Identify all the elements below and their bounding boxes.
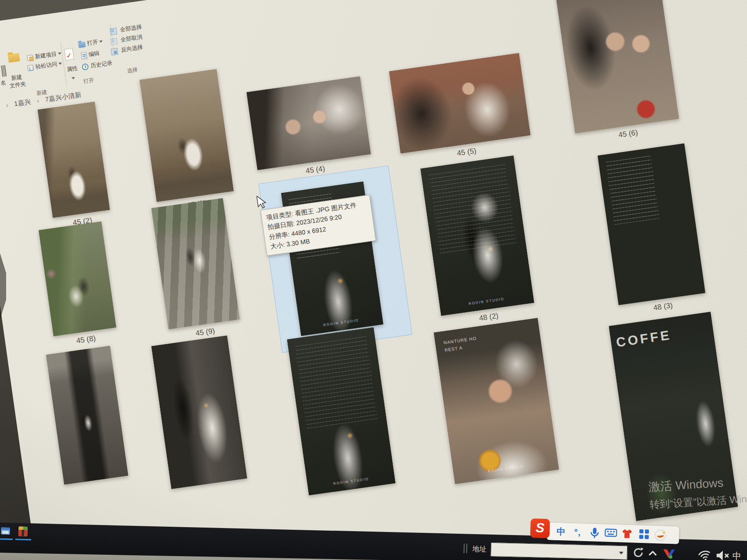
invert-selection-button[interactable]: 反向选择 <box>121 43 144 54</box>
wifi-icon[interactable] <box>697 548 713 560</box>
taskbar-separator <box>466 544 468 553</box>
ribbon-group-open: 打开 <box>79 76 99 86</box>
emoji-icon[interactable] <box>654 529 666 543</box>
properties-button[interactable]: 属性 <box>67 65 78 74</box>
select-all-button[interactable]: 全部选择 <box>120 23 142 34</box>
photo-thumbnail[interactable]: NANTURE HO REST A RODIN STUDIO <box>433 318 559 484</box>
new-item-button[interactable]: 新建项目 <box>35 49 62 60</box>
chevron-down-icon <box>71 74 75 82</box>
refresh-icon[interactable] <box>632 547 644 560</box>
open-button[interactable]: 打开 <box>87 38 103 47</box>
edit-button[interactable]: 编辑 <box>88 49 100 58</box>
menu-board-text <box>295 336 378 432</box>
address-input[interactable] <box>490 542 627 560</box>
ime-chinese-mode-icon[interactable]: 中 <box>557 526 566 538</box>
photo-thumbnail[interactable] <box>247 76 371 170</box>
file-item-48-1-selected[interactable]: RODIN STUDIO 48 (1) <box>258 166 412 353</box>
taskbar-app-underline <box>15 539 31 540</box>
new-folder-button[interactable]: 新建 文件夹 <box>4 72 30 90</box>
tray-expand-chevron-icon[interactable] <box>648 550 656 554</box>
easy-access-button[interactable]: 轻松访问 <box>35 60 63 71</box>
ime-punctuation-icon[interactable]: °, <box>574 526 581 538</box>
ime-toolbar: S 中 °, <box>530 519 679 547</box>
history-icon <box>81 63 89 70</box>
breadcrumb-root-partial[interactable]: 片 <box>0 102 0 110</box>
new-folder-icon <box>8 53 20 63</box>
select-all-icon <box>110 28 117 35</box>
skin-icon[interactable] <box>621 528 633 541</box>
file-item-45-4[interactable]: 45 (4) <box>247 76 373 182</box>
microphone-icon[interactable] <box>590 527 600 541</box>
chevron-down-icon <box>58 63 62 65</box>
invert-selection-icon <box>111 48 118 56</box>
properties-icon <box>64 48 74 61</box>
image-viewer-taskbar-icon[interactable] <box>18 526 28 537</box>
breadcrumb-separator: › <box>36 97 39 104</box>
tray-ime-indicator[interactable]: 中 <box>732 550 741 560</box>
photo-thumbnail[interactable] <box>555 0 679 134</box>
taskbar-app-underline <box>0 538 13 540</box>
toolbox-grid-icon[interactable] <box>639 529 650 542</box>
studio-watermark: RODIN STUDIO <box>440 293 533 310</box>
photo-thumbnail[interactable] <box>389 53 531 154</box>
chevron-down-icon <box>99 40 103 43</box>
breadcrumb-separator: › <box>6 102 9 109</box>
chevron-down-icon <box>58 53 62 55</box>
volume-muted-icon[interactable] <box>715 549 730 560</box>
keyboard-icon[interactable] <box>605 528 617 539</box>
file-item-45-5[interactable]: 45 (5) <box>389 53 532 166</box>
menu-board-text <box>606 156 659 225</box>
file-item-45-6[interactable]: 45 (6) <box>555 0 681 146</box>
explorer-window: 名 新建 文件夹 新建 新建项目 轻松访问 属性 打开 编辑 历史记录 打开 <box>0 0 747 560</box>
hotel-sign-text: NANTURE HO REST A <box>443 334 478 353</box>
easy-access-icon <box>27 65 34 71</box>
select-none-button[interactable]: 全部取消 <box>120 33 143 44</box>
edit-icon <box>81 52 88 60</box>
file-item-row3-4[interactable]: NANTURE HO REST A RODIN STUDIO <box>433 318 559 484</box>
sogou-logo-icon[interactable]: S <box>530 518 550 538</box>
address-toolbar-label: 地址 <box>472 545 487 554</box>
select-none-icon <box>110 38 118 45</box>
history-button[interactable]: 历史记录 <box>90 60 113 70</box>
new-item-icon <box>27 55 33 61</box>
taskbar-separator <box>464 543 465 553</box>
open-icon <box>78 42 86 48</box>
mouse-cursor <box>255 194 268 211</box>
photographed-screen: 名 新建 文件夹 新建 新建项目 轻松访问 属性 打开 编辑 历史记录 打开 <box>0 0 747 560</box>
file-explorer-taskbar-icon[interactable] <box>0 526 11 537</box>
address-dropdown-icon[interactable] <box>619 552 624 554</box>
ribbon-group-select: 选择 <box>122 65 142 75</box>
tray-app-logo-icon[interactable] <box>662 547 676 560</box>
menu-board-text <box>429 164 517 256</box>
coffee-sign-text: COFFE <box>615 328 672 350</box>
